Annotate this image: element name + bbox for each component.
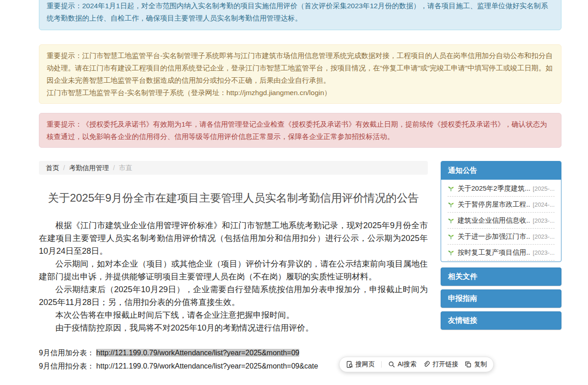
notice-date: [2023-... xyxy=(533,249,555,256)
notice-panel: 通知公告 关于2025年2季度建筑... [2025-... xyxy=(441,161,561,262)
notice-list: 关于2025年2季度建筑... [2025-... 关于暂停房屋市政工程... … xyxy=(441,180,561,262)
alert-warning-text: 重要提示：江门市智慧工地监管平台-实名制管理子系统即将与江门市建筑市场信用信息管… xyxy=(47,49,554,86)
alert-danger: 重要提示：《授权委托及承诺书》有效期为1年，请各信用管理登记企业检查《授权委托及… xyxy=(39,113,561,148)
main-column: 首页 / 考勤信用管理 / 市直 关于2025年9月份全市在建项目主要管理人员实… xyxy=(39,161,428,373)
page-title: 关于2025年9月份全市在建项目主要管理人员实名制考勤信用评价情况的公告 xyxy=(39,190,428,206)
list-item[interactable]: 关于进一步加强江门市... [2023-... xyxy=(448,229,555,245)
bonus-table-url: http://121.199.0.79/workAttendance/list?… xyxy=(96,349,299,357)
magnifier-icon xyxy=(388,361,395,368)
copy-button[interactable]: 复制 xyxy=(464,360,487,369)
sidebar-item-friendly-links[interactable]: 友情链接 xyxy=(441,311,561,330)
notice-date: [2024-... xyxy=(533,201,555,208)
notice-date: [2023-... xyxy=(533,233,555,240)
list-item[interactable]: 建筑业企业信用信息收... [2023-... xyxy=(448,213,555,229)
breadcrumb-separator: / xyxy=(63,164,65,171)
deduction-table-url: http://121.199.0.79/workAttendance/list?… xyxy=(96,362,318,370)
alert-info: 重要提示：2024年1月1日起，对全市范围内纳入实名制考勤的项目实施信用评价（首… xyxy=(39,0,561,30)
sprout-icon xyxy=(448,185,455,192)
paragraph: 根据《江门市建筑业企业信用管理评价标准》和江门市智慧工地系统考勤记录，现对202… xyxy=(39,219,428,257)
notice-title: 关于2025年2季度建筑... xyxy=(458,184,530,193)
notice-title: 关于进一步加强江门市... xyxy=(458,232,530,241)
sidebar: 通知公告 关于2025年2季度建筑... [2025-... xyxy=(441,161,561,373)
sidebar-item-declare-guide[interactable]: 申报指南 xyxy=(441,289,561,308)
ai-search-button[interactable]: AI搜索 xyxy=(388,360,416,369)
paragraph: 公示期结束后（2025年10月29日），企业需要自行登陆系统按信用加分表申报加分… xyxy=(39,283,428,309)
alert-danger-text: 重要提示：《授权委托及承诺书》有效期为1年，请各信用管理登记企业检查《授权委托及… xyxy=(47,120,547,140)
article-body: 根据《江门市建筑业企业信用管理评价标准》和江门市智慧工地系统考勤记录，现对202… xyxy=(39,219,428,334)
paragraph: 由于疫情防控原因，我局将不对2025年10月的考勤情况进行信用评价。 xyxy=(39,321,428,334)
notice-title: 建筑业企业信用信息收... xyxy=(458,216,530,225)
search-page-label: 搜网页 xyxy=(356,360,375,369)
link-icon xyxy=(423,361,430,368)
alert-warning: 重要提示：江门市智慧工地监管平台-实名制管理子系统即将与江门市建筑市场信用信息管… xyxy=(39,44,561,104)
search-page-button[interactable]: 搜网页 xyxy=(346,360,375,369)
notice-title: 关于暂停房屋市政工程... xyxy=(458,200,530,209)
sprout-icon xyxy=(448,201,455,208)
search-page-icon xyxy=(346,361,353,368)
breadcrumb-home[interactable]: 首页 xyxy=(46,164,59,172)
sprout-icon xyxy=(448,233,455,240)
selection-toolbar: 搜网页 AI搜索 打开链接 xyxy=(339,357,494,372)
open-link-label: 打开链接 xyxy=(432,360,458,369)
sidebar-item-related-files[interactable]: 相关文件 xyxy=(441,267,561,286)
notice-title: 按时复工复产项目信用... xyxy=(458,248,530,257)
toolbar-divider xyxy=(381,361,382,368)
sprout-icon xyxy=(448,217,455,224)
open-link-button[interactable]: 打开链接 xyxy=(423,360,458,369)
breadcrumb-separator: / xyxy=(113,164,115,171)
breadcrumb-section[interactable]: 考勤信用管理 xyxy=(69,164,109,172)
ai-search-label: AI搜索 xyxy=(398,360,416,369)
paragraph: 本次公告将在申报截止时间后下线，请各企业注意把握申报时间。 xyxy=(39,309,428,321)
sprout-icon xyxy=(448,249,455,256)
page: 重要提示：2024年1月1日起，对全市范围内纳入实名制考勤的项目实施信用评价（首… xyxy=(0,0,588,385)
content-container: 重要提示：2024年1月1日起，对全市范围内纳入实名制考勤的项目实施信用评价（首… xyxy=(39,0,561,373)
paragraph: 公示期间，如对本企业（项目）或其他企业（项目）评价计分有异议的，请在公示结束前向… xyxy=(39,257,428,283)
alert-warning-login-line: 江门市智慧工地监管平台-实名制管理子系统（登录网址：http://jmzhgd.… xyxy=(47,86,554,99)
breadcrumb-current: 市直 xyxy=(119,164,132,172)
list-item[interactable]: 按时复工复产项目信用... [2023-... xyxy=(448,245,555,261)
breadcrumb: 首页 / 考勤信用管理 / 市直 xyxy=(39,161,428,175)
notice-panel-header[interactable]: 通知公告 xyxy=(441,161,561,180)
copy-label: 复制 xyxy=(474,360,487,369)
bonus-table-label: 9月信用加分表： xyxy=(39,349,94,357)
notice-date: [2023-... xyxy=(533,217,555,224)
deduction-table-label: 9月信用扣分表： xyxy=(39,362,94,370)
notice-date: [2025-... xyxy=(533,185,555,192)
alert-info-text: 重要提示：2024年1月1日起，对全市范围内纳入实名制考勤的项目实施信用评价（首… xyxy=(47,2,548,22)
list-item[interactable]: 关于暂停房屋市政工程... [2024-... xyxy=(448,197,555,213)
list-item[interactable]: 关于2025年2季度建筑... [2025-... xyxy=(448,181,555,197)
copy-icon xyxy=(464,361,472,368)
